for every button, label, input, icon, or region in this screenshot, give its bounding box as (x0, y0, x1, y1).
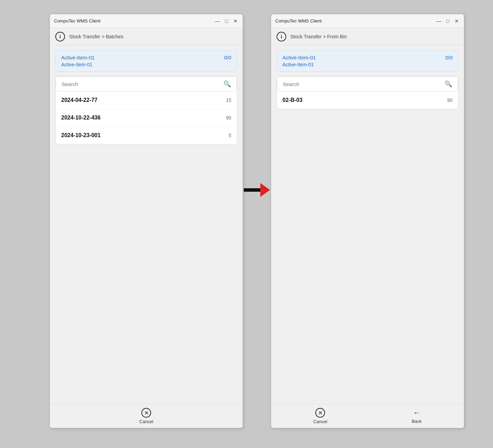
item-card-row-2: Active-Item-01 0/0 (282, 55, 453, 60)
search-box-1: 🔍 (62, 79, 231, 89)
search-container-2: 🔍 (277, 76, 458, 92)
item-name-2: Active-Item-01 (282, 55, 316, 60)
window-batches: CompuTec WMS Client — □ ✕ i Stock Transf… (49, 14, 243, 428)
window-controls-1: — □ ✕ (214, 18, 239, 24)
search-input-1[interactable] (62, 81, 223, 87)
arrow-area (243, 14, 271, 428)
minimize-button-1[interactable]: — (214, 18, 221, 24)
batch-name-3: 2024-10-23-001 (61, 132, 101, 139)
search-icon-1[interactable]: 🔍 (223, 80, 231, 88)
search-box-2: 🔍 (283, 79, 452, 89)
item-count-1: 0/0 (224, 55, 231, 60)
header-bar-1: i Stock Transfer > Batches (50, 28, 243, 45)
bin-name-1: 02-B-03 (282, 97, 303, 103)
info-icon-1[interactable]: i (55, 32, 65, 41)
minimize-button-2[interactable]: — (436, 18, 442, 24)
footer-2: ✕ Cancel ← Back (271, 404, 464, 428)
footer-1: ✕ Cancel (50, 404, 243, 428)
batch-name-2: 2024-10-22-436 (61, 115, 101, 121)
arrow-head (260, 183, 270, 197)
search-container-1: 🔍 (56, 76, 237, 92)
batches-list-container: 🔍 2024-04-22-77 15 2024-10-22-436 90 202… (55, 76, 237, 144)
item-sub-1: Active-Item-01 (61, 62, 231, 67)
app-title-2: CompuTec WMS Client (275, 18, 322, 23)
arrow-tail (244, 188, 260, 192)
cancel-button-1[interactable]: ✕ Cancel (139, 408, 153, 424)
cancel-button-2[interactable]: ✕ Cancel (313, 408, 327, 424)
header-bar-2: i Stock Transfer > From Bin (271, 28, 464, 45)
breadcrumb-2: Stock Transfer > From Bin (290, 34, 347, 39)
bin-item-1[interactable]: 02-B-03 90 (277, 92, 458, 109)
window-controls-2: — □ ✕ (436, 18, 460, 24)
app-title-1: CompuTec WMS Client (54, 18, 100, 23)
list-item-2[interactable]: 2024-10-22-436 90 (56, 109, 237, 127)
item-card-row-1: Active-Item-01 0/0 (61, 55, 231, 60)
item-name-1: Active-Item-01 (61, 55, 95, 60)
item-card-2: Active-Item-01 0/0 Active-Item-01 (277, 50, 458, 72)
close-button-2[interactable]: ✕ (454, 18, 460, 24)
title-bar-1: CompuTec WMS Client — □ ✕ (50, 14, 243, 28)
back-icon: ← (413, 408, 420, 417)
list-item-1[interactable]: 2024-04-22-77 15 (56, 92, 237, 109)
list-item-3[interactable]: 2024-10-23-001 5 (56, 127, 237, 144)
item-count-2: 0/0 (445, 55, 453, 60)
maximize-button-2[interactable]: □ (445, 18, 451, 24)
batch-value-1: 15 (226, 97, 231, 103)
cancel-icon-1: ✕ (141, 408, 151, 418)
search-input-2[interactable] (283, 81, 445, 87)
breadcrumb-1: Stock Transfer > Batches (69, 34, 123, 39)
transition-arrow (244, 183, 270, 197)
back-label: Back (412, 419, 422, 424)
window-body-1: Active-Item-01 0/0 Active-Item-01 🔍 2024… (50, 45, 243, 404)
cancel-label-1: Cancel (139, 419, 153, 424)
window-body-2: Active-Item-01 0/0 Active-Item-01 🔍 02-B… (271, 45, 464, 404)
title-bar-2: CompuTec WMS Client — □ ✕ (271, 14, 464, 28)
item-card-1: Active-Item-01 0/0 Active-Item-01 (55, 50, 237, 72)
cancel-icon-2: ✕ (315, 408, 325, 418)
batch-value-3: 5 (229, 133, 231, 138)
batch-name-1: 2024-04-22-77 (61, 97, 97, 103)
bin-list-container: 🔍 02-B-03 90 (277, 76, 458, 109)
search-icon-2[interactable]: 🔍 (445, 80, 452, 88)
info-icon-2[interactable]: i (277, 32, 286, 41)
item-sub-2: Active-Item-01 (282, 62, 453, 67)
maximize-button-1[interactable]: □ (223, 18, 230, 24)
batch-value-2: 90 (226, 115, 231, 121)
window-frombin: CompuTec WMS Client — □ ✕ i Stock Transf… (271, 14, 464, 428)
cancel-label-2: Cancel (313, 419, 327, 424)
bin-value-1: 90 (447, 97, 453, 103)
close-button-1[interactable]: ✕ (232, 18, 239, 24)
back-button[interactable]: ← Back (412, 408, 422, 424)
